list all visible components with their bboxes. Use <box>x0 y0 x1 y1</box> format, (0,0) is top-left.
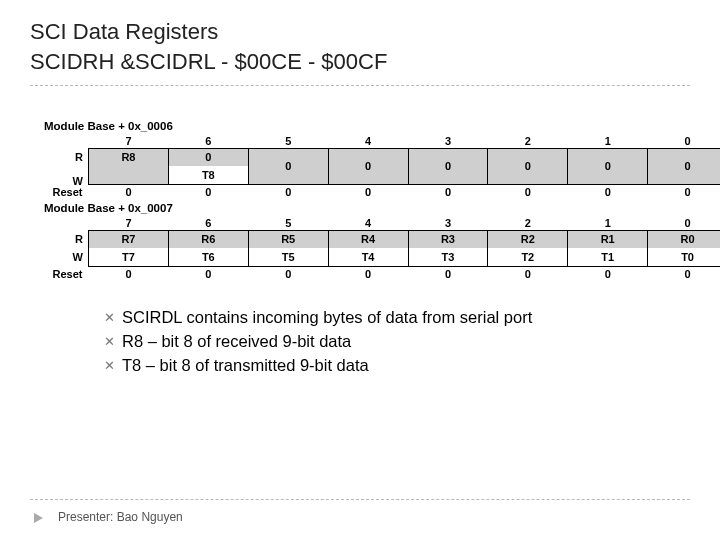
reset-row-1: Reset0 0 0 0 0 0 0 0 <box>89 184 721 200</box>
bullet-list: ✕SCIRDL contains incoming bytes of data … <box>104 306 690 378</box>
register-diagrams: Module Base + 0x_0006 7 6 5 4 3 2 1 0 RR… <box>30 120 690 282</box>
bit-header-row-1: 7 6 5 4 3 2 1 0 <box>89 134 721 148</box>
presenter-label: Presenter: Bao Nguyen <box>58 510 183 524</box>
module-base-1: Module Base + 0x_0006 <box>44 120 682 132</box>
list-item: ✕R8 – bit 8 of received 9-bit data <box>104 330 690 354</box>
write-row-2: WT7 T6 T5 T4 T3 T2 T1 T0 <box>89 248 721 266</box>
slide-title-2: SCIDRH &SCIDRL - $00CE - $00CF <box>30 48 690 76</box>
title-divider <box>30 85 690 86</box>
module-base-2: Module Base + 0x_0007 <box>44 202 682 214</box>
bullet-icon: ✕ <box>104 309 122 328</box>
list-item: ✕T8 – bit 8 of transmitted 9-bit data <box>104 354 690 378</box>
bit-header-row-2: 7 6 5 4 3 2 1 0 <box>89 216 721 230</box>
register-table-1: 7 6 5 4 3 2 1 0 RR8 0 0 0 0 0 0 0 W T8 R… <box>88 134 720 200</box>
bullet-icon: ✕ <box>104 357 122 376</box>
read-row-1: RR8 0 0 0 0 0 0 0 <box>89 148 721 166</box>
bullet-icon: ✕ <box>104 333 122 352</box>
register-table-2: 7 6 5 4 3 2 1 0 RR7 R6 R5 R4 R3 R2 R1 R0… <box>88 216 720 282</box>
reset-row-2: Reset0 0 0 0 0 0 0 0 <box>89 266 721 282</box>
list-item: ✕SCIRDL contains incoming bytes of data … <box>104 306 690 330</box>
footer-divider <box>30 499 690 500</box>
slide-title-1: SCI Data Registers <box>30 18 690 46</box>
read-row-2: RR7 R6 R5 R4 R3 R2 R1 R0 <box>89 230 721 248</box>
footer-arrow-icon <box>34 513 43 523</box>
